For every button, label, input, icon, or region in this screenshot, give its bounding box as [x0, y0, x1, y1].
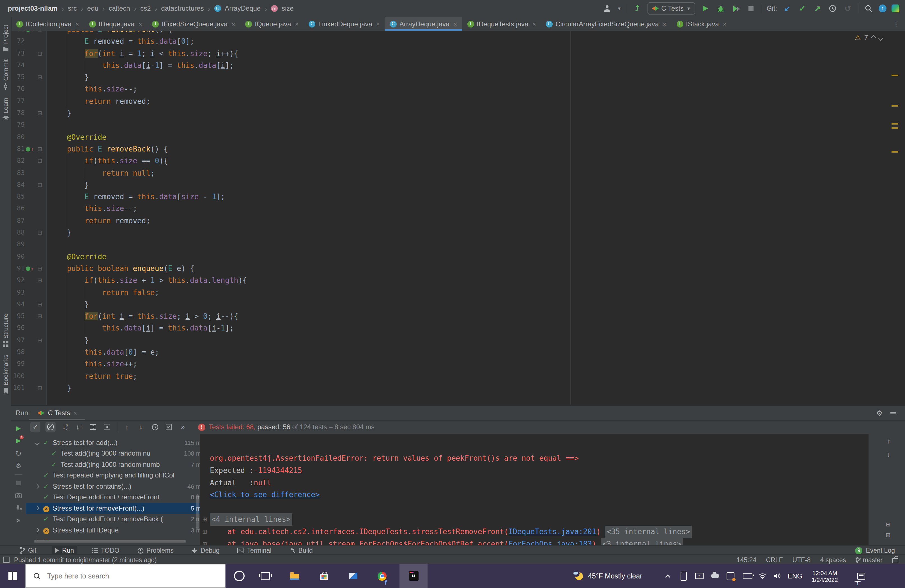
user-account-icon[interactable]	[602, 3, 612, 13]
toolwindow-button-debug[interactable]: Debug	[189, 546, 222, 555]
code-line[interactable]: 71↑⊟ public E removeFront() {	[11, 31, 889, 36]
editor-tab[interactable]: IIDeque.java×	[84, 17, 147, 31]
test-tree-item[interactable]: ✓Test add()ing 1000 random numb7 ms	[26, 459, 209, 470]
show-passed-toggle[interactable]: ✓	[30, 422, 40, 432]
sidebar-item-structure[interactable]: Structure	[0, 314, 11, 347]
warning-stripe-mark[interactable]	[892, 127, 898, 129]
chevron-right-icon[interactable]	[35, 507, 43, 510]
unlock-icon[interactable]	[892, 558, 898, 563]
previous-failed-test-icon[interactable]: ↑	[122, 423, 131, 431]
code-line[interactable]: 99 this.size++;	[11, 358, 889, 370]
rollback-icon[interactable]: ↺	[843, 3, 853, 13]
wifi-icon[interactable]	[757, 564, 768, 588]
close-icon[interactable]: ×	[138, 21, 142, 27]
show-ignored-toggle[interactable]	[46, 422, 56, 432]
ide-promo-icon[interactable]	[892, 5, 899, 12]
toolwindow-button-run[interactable]: Run	[51, 546, 76, 555]
editor-tab[interactable]: IIQueue.java×	[240, 17, 303, 31]
test-console[interactable]: org.opentest4j.AssertionFailedError: ret…	[200, 434, 868, 546]
cortana-button[interactable]	[227, 564, 251, 588]
code-line[interactable]: 100 return true;	[11, 370, 889, 382]
override-marker-icon[interactable]	[26, 266, 30, 271]
breadcrumb-item[interactable]: datastructures	[161, 5, 204, 12]
expand-fold-icon[interactable]: ⊞	[886, 532, 891, 538]
console-link[interactable]: ForEachOps.java:183	[508, 538, 592, 546]
code-line[interactable]: 77 return removed;	[11, 95, 889, 107]
debug-button[interactable]	[716, 3, 726, 13]
code-editor[interactable]: 71↑⊟ public E removeFront() {72 E remove…	[11, 31, 905, 405]
run-button[interactable]	[700, 3, 711, 13]
close-icon[interactable]: ×	[723, 21, 727, 27]
build-project-icon[interactable]: ⤴	[632, 3, 642, 13]
start-button[interactable]	[0, 564, 25, 588]
editor-tab[interactable]: CArrayDeque.java×	[385, 17, 462, 31]
your-phone-icon[interactable]	[678, 564, 689, 588]
task-view-button[interactable]	[254, 564, 277, 588]
chevron-right-icon[interactable]	[35, 485, 43, 488]
editor-tab[interactable]: IIStack.java×	[671, 17, 731, 31]
language-indicator[interactable]: ENG	[786, 564, 805, 588]
breadcrumb-item[interactable]: edu	[87, 5, 98, 12]
console-link[interactable]: <Click to see difference>	[210, 489, 319, 501]
code-line[interactable]: 85 E removed = this.data[size - 1];	[11, 191, 889, 203]
code-line[interactable]: 74 this.data[i-1] = this.data[i];	[11, 59, 889, 72]
minimize-icon[interactable]	[891, 412, 896, 413]
close-icon[interactable]: ×	[453, 21, 457, 27]
warning-stripe-mark[interactable]	[892, 123, 898, 124]
code-line[interactable]: 96 this.data[i] = this.data[i-1];	[11, 322, 889, 334]
fold-marker-icon[interactable]: ⊟	[35, 143, 45, 155]
update-tray-icon[interactable]	[725, 564, 736, 588]
close-icon[interactable]: ×	[73, 410, 77, 416]
code-line[interactable]: 89	[11, 239, 889, 251]
fold-marker-icon[interactable]: ⊟	[35, 71, 45, 83]
code-line[interactable]: 94⊟ }	[11, 299, 889, 311]
action-center-button[interactable]: 1	[852, 564, 871, 588]
scroll-up-icon[interactable]: ↑	[887, 437, 891, 445]
run-tab-label[interactable]: C Tests	[48, 409, 70, 417]
gear-icon[interactable]: ⚙	[876, 409, 883, 417]
expand-fold-icon[interactable]: ⊞	[886, 521, 891, 528]
file-encoding[interactable]: UTF-8	[792, 556, 810, 563]
breadcrumb-item[interactable]: project03-nllam	[8, 5, 57, 12]
caret-position[interactable]: 145:24	[737, 556, 756, 563]
sidebar-item-project[interactable]: Project	[0, 25, 11, 52]
git-push-icon[interactable]: ↗	[813, 3, 822, 13]
code-line[interactable]: 92⊟ if(this.size + 1 > this.data.length)…	[11, 274, 889, 286]
import-test-results-icon[interactable]	[164, 423, 173, 431]
mail-button[interactable]	[341, 564, 365, 588]
git-update-icon[interactable]: ↙	[782, 3, 792, 13]
close-icon[interactable]: ×	[532, 21, 536, 27]
override-marker-icon[interactable]	[26, 31, 30, 32]
breadcrumb-item[interactable]: ArrayDeque	[225, 5, 260, 12]
close-icon[interactable]: ×	[75, 21, 79, 27]
toolwindow-button-problems[interactable]: Problems	[135, 546, 176, 555]
fold-marker-icon[interactable]: ⊟	[35, 155, 45, 167]
git-branch-widget[interactable]: master	[856, 556, 883, 563]
breadcrumb-item[interactable]: size	[282, 5, 294, 12]
chevron-right-icon[interactable]	[35, 529, 43, 532]
fold-marker-icon[interactable]: ⊟	[35, 48, 45, 59]
fold-expand-icon[interactable]: ⊞	[200, 538, 210, 546]
code-line[interactable]: 101⊟ }	[11, 382, 889, 394]
prev-problem-icon[interactable]	[870, 35, 876, 40]
code-line[interactable]: 78⊟ }	[11, 107, 889, 119]
code-line[interactable]: 80 @Override	[11, 131, 889, 143]
more-options-icon[interactable]: »	[178, 423, 187, 431]
chrome-button[interactable]	[370, 564, 394, 588]
test-tree-item[interactable]: ×Stress test full IDeque3 ms	[26, 524, 209, 536]
tree-vertical-scrollbar[interactable]	[196, 494, 198, 529]
fold-marker-icon[interactable]: ⊟	[35, 274, 45, 286]
test-settings-icon[interactable]: ⚙	[14, 462, 22, 470]
cast-display-icon[interactable]: ↑	[694, 564, 705, 588]
test-tree-item[interactable]: ✓Test add()ing 3000 random nu108 ms	[26, 448, 209, 459]
next-problem-icon[interactable]	[878, 35, 883, 40]
search-input[interactable]	[46, 571, 194, 580]
code-line[interactable]: 84⊟ }	[11, 179, 889, 191]
warning-stripe-mark[interactable]	[892, 105, 898, 106]
toggle-auto-test-icon[interactable]: ↻	[14, 450, 22, 457]
store-button[interactable]	[312, 564, 335, 588]
test-tree-item[interactable]: ×	[26, 536, 209, 539]
test-history-icon[interactable]	[150, 423, 159, 431]
code-line[interactable]: 72 E removed = this.data[0];	[11, 36, 889, 48]
sidebar-item-commit[interactable]: Commit	[0, 60, 11, 90]
